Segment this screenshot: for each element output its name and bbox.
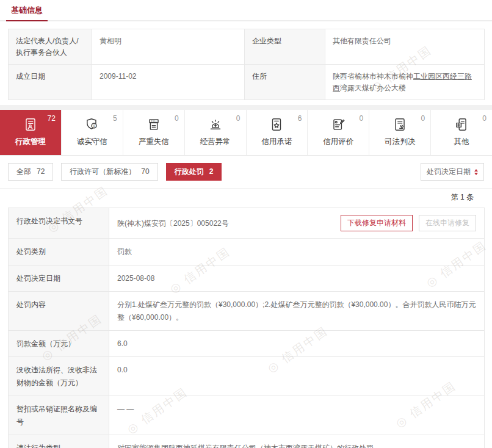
filter-count: 70	[141, 167, 149, 176]
table-row: 处罚决定日期 2025-08-08	[9, 265, 485, 291]
filter-label: 行政处罚	[175, 167, 204, 176]
field-label: 法定代表人/负责人/执行事务合伙人	[9, 29, 92, 65]
document-gavel-icon	[392, 126, 408, 134]
field-value-address: 陕西省榆林市神木市榆神工业园区西经三路西湾露天煤矿办公大楼	[325, 65, 485, 100]
shield-credit-icon: 信	[84, 126, 100, 134]
table-row: 罚款金额（万元） 6.0	[9, 330, 485, 356]
table-row: 违法行为类型 对国家能源集团陕西神延煤炭有限责任公司（神木市西湾露天煤矿）的行政…	[9, 435, 485, 448]
section-tabbar: 基础信息	[0, 0, 492, 21]
page: ◎ 信用中国 ◎ 信用中国 ◎ 信用中国 ◎ 信用中国 ◎ 信用中国 ◎ 信用中…	[0, 0, 492, 448]
filter-count: 72	[37, 167, 45, 176]
tab-credit-evaluation[interactable]: 0 信用评价	[308, 110, 369, 155]
item-counter: 第 1 条	[451, 193, 474, 201]
tab-count-badge: 0	[360, 114, 364, 123]
alarm-light-icon	[208, 126, 223, 134]
field-value: 黄相明	[92, 29, 245, 65]
tab-judicial-judgment[interactable]: 0 司法判决	[369, 110, 431, 155]
field-value: 罚款	[109, 239, 485, 265]
field-value: 2025-08-08	[109, 265, 485, 291]
document-edit-icon	[330, 126, 346, 134]
field-label: 行政处罚决定书文号	[9, 208, 109, 239]
tab-count-badge: 0	[482, 114, 487, 123]
field-label: 处罚类别	[9, 239, 109, 265]
tab-label: 信用承诺	[247, 137, 308, 147]
field-label: 违法行为类型	[9, 435, 109, 448]
document-plus-icon	[454, 126, 469, 134]
svg-text:信: 信	[92, 124, 95, 128]
address-text: 陕西省榆林市神木市榆神	[333, 72, 413, 81]
tab-label: 司法判决	[369, 137, 430, 147]
tab-basic-info[interactable]: 基础信息	[6, 4, 48, 21]
tab-label: 诚实守信	[62, 137, 123, 147]
filter-bar: 全部72 行政许可（新标准）70 行政处罚2 处罚决定日期	[8, 163, 484, 181]
category-tabbar: 72 行政管理 5 信 诚实守信 0 失信人 严重失信 0 经营异常	[0, 110, 492, 156]
table-row: 行政处罚决定书文号 陕(神木)煤安罚〔2025〕005022号 下载修复申请材料…	[9, 208, 485, 239]
tab-count-badge: 0	[421, 114, 425, 123]
sort-arrows-icon	[474, 169, 478, 175]
tab-serious-dishonesty[interactable]: 0 失信人 严重失信	[123, 110, 185, 155]
field-value: 分别1.处煤矿叁万元整的罚款（¥30,000.00）;2.处煤矿叁万元整的罚款（…	[109, 292, 485, 331]
field-value: 0.0	[109, 357, 485, 396]
table-row: 成立日期 2009-11-02 住所 陕西省榆林市神木市榆神工业园区西经三路西湾…	[9, 65, 485, 100]
filter-penalty-button[interactable]: 行政处罚2	[166, 163, 222, 181]
tab-label: 严重失信	[123, 137, 184, 147]
field-label: 处罚决定日期	[9, 265, 109, 291]
tab-label: 信用评价	[308, 137, 369, 147]
table-row: 处罚内容 分别1.处煤矿叁万元整的罚款（¥30,000.00）;2.处煤矿叁万元…	[9, 292, 485, 331]
document-star-icon	[269, 126, 284, 134]
table-row: 暂扣或吊销证照名称及编号 — —	[9, 396, 485, 435]
download-repair-material-button[interactable]: 下载修复申请材料	[341, 215, 413, 231]
tab-other[interactable]: 0 其他	[431, 110, 492, 155]
table-row: 没收违法所得、没收非法财物的金额（万元） 0.0	[9, 357, 485, 396]
field-value: 其他有限责任公司	[325, 29, 485, 65]
field-label: 处罚内容	[9, 292, 109, 331]
svg-text:失信人: 失信人	[151, 120, 157, 123]
online-repair-apply-button[interactable]: 在线申请修复	[419, 215, 476, 231]
dishonest-archive-icon: 失信人	[146, 126, 162, 134]
filter-all-button[interactable]: 全部72	[8, 163, 53, 181]
field-label: 企业类型	[245, 29, 325, 65]
tab-label: 经营异常	[185, 137, 246, 147]
tab-count-badge: 6	[298, 114, 302, 123]
tab-label: 行政管理	[0, 137, 61, 147]
field-label: 住所	[245, 65, 325, 100]
sort-dropdown[interactable]: 处罚决定日期	[421, 163, 484, 181]
basic-info-table: 法定代表人/负责人/执行事务合伙人 黄相明 企业类型 其他有限责任公司 成立日期…	[8, 29, 485, 100]
address-text: 湾露天煤矿办公大楼	[340, 84, 406, 92]
penalty-detail-table: 行政处罚决定书文号 陕(神木)煤安罚〔2025〕005022号 下载修复申请材料…	[8, 208, 485, 448]
tab-label: 其他	[431, 137, 492, 147]
tab-count-badge: 72	[48, 114, 56, 123]
tab-abnormal-operation[interactable]: 0 经营异常	[185, 110, 247, 155]
sort-label: 处罚决定日期	[427, 167, 471, 177]
field-value: — —	[109, 396, 485, 435]
tab-administrative-management[interactable]: 72 行政管理	[0, 110, 62, 155]
tab-honesty-credit[interactable]: 5 信 诚实守信	[62, 110, 123, 155]
field-value: 6.0	[109, 330, 485, 356]
document-person-icon	[23, 126, 38, 134]
field-label: 暂扣或吊销证照名称及编号	[9, 396, 109, 435]
filter-label: 全部	[16, 167, 31, 176]
field-value: 2009-11-02	[92, 65, 245, 100]
tab-count-badge: 0	[236, 114, 241, 123]
field-value: 对国家能源集团陕西神延煤炭有限责任公司（神木市西湾露天煤矿）的行政处罚	[109, 435, 485, 448]
section-divider	[0, 105, 492, 110]
table-row: 处罚类别 罚款	[9, 239, 485, 265]
field-label: 罚款金额（万元）	[9, 330, 109, 356]
tab-count-badge: 0	[175, 114, 179, 123]
filter-label: 行政许可（新标准）	[70, 167, 136, 176]
table-row: 法定代表人/负责人/执行事务合伙人 黄相明 企业类型 其他有限责任公司	[9, 29, 485, 65]
filter-count: 2	[209, 167, 214, 176]
results-header: 第 1 条	[0, 188, 492, 206]
filter-license-button[interactable]: 行政许可（新标准）70	[61, 163, 157, 181]
tab-count-badge: 5	[113, 114, 117, 123]
tab-credit-commitment[interactable]: 6 信用承诺	[247, 110, 308, 155]
field-label: 成立日期	[9, 65, 92, 100]
doc-number: 陕(神木)煤安罚〔2025〕005022号	[117, 217, 341, 229]
field-label: 没收违法所得、没收非法财物的金额（万元）	[9, 357, 109, 396]
